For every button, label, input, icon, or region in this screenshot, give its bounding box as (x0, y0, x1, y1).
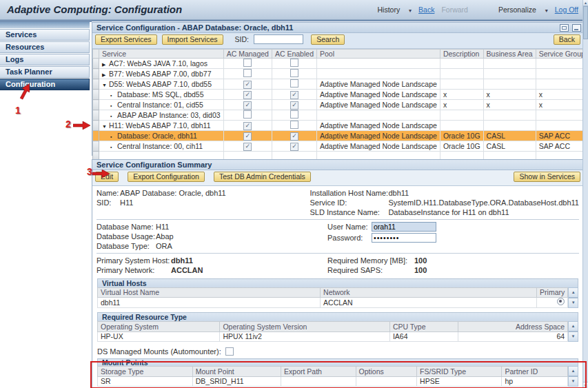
ac-managed-checkbox[interactable]: ✓ (243, 81, 252, 89)
service-table-row[interactable]: ▼H11: WebAS ABAP 7.10, dbh11✓Adaptive Ma… (93, 121, 588, 131)
export-services-button[interactable]: Export Services (95, 34, 157, 45)
ac-managed-checkbox[interactable] (243, 69, 252, 77)
service-group-cell (536, 79, 588, 90)
row-selector[interactable] (93, 110, 99, 121)
ac-enabled-checkbox[interactable]: ✓ (290, 101, 298, 110)
virtual-hosts-scrollbar[interactable]: ▲ ▼ (568, 287, 578, 308)
mount-points-scrollbar[interactable]: ▲ ▼ (568, 366, 578, 387)
collapse-icon[interactable]: ▶ (102, 72, 109, 78)
scroll-up-icon[interactable]: ▲ (569, 288, 578, 298)
page-scrollbar[interactable]: ▲ ▼ (582, 0, 588, 388)
sidebar-item-resources[interactable]: Resources (0, 41, 90, 53)
resource-type-scrollbar[interactable]: ▲ ▼ (568, 321, 578, 342)
service-table-row[interactable]: ▪Central Instance: 00, cih11✓✓Adaptive M… (93, 141, 588, 152)
ac-managed-cell: ✓ (223, 100, 272, 110)
service-table-row[interactable]: ▪Database: Oracle, dbh11✓✓Adaptive Manag… (93, 131, 588, 141)
ac-managed-checkbox[interactable]: ✓ (243, 122, 252, 130)
service-group-cell (536, 121, 588, 131)
expand-icon[interactable]: ▼ (102, 124, 109, 129)
sidebar-item-configuration[interactable]: Configuration (0, 79, 90, 90)
export-configuration-button[interactable]: Export Configuration (128, 172, 205, 182)
business-area-cell (483, 59, 536, 69)
ac-managed-checkbox[interactable] (243, 110, 252, 119)
ac-enabled-checkbox[interactable] (290, 110, 298, 119)
ac-enabled-checkbox[interactable]: ✓ (290, 132, 298, 141)
service-cell: ▪Central Instance: 01, cid55 (99, 100, 224, 110)
ac-enabled-checkbox[interactable] (290, 121, 298, 129)
annotation-arrow-3 (92, 170, 110, 178)
ac-managed-checkbox[interactable]: ✓ (243, 101, 252, 110)
scroll-down-icon[interactable]: ▼ (569, 331, 578, 341)
resource-type-header-row: Operating SystemOperating System Version… (98, 322, 568, 332)
sid-input[interactable] (254, 34, 303, 44)
user-name-input[interactable] (372, 222, 436, 232)
scroll-down-icon[interactable]: ▼ (569, 376, 578, 386)
test-db-credentials-button[interactable]: Test DB Admin Credentials (214, 172, 311, 182)
expand-icon[interactable]: ▼ (102, 83, 109, 88)
ac-managed-checkbox[interactable]: ✓ (243, 91, 252, 99)
search-button[interactable]: Search (311, 34, 345, 45)
row-selector[interactable] (93, 141, 99, 152)
primary-radio[interactable] (557, 298, 565, 305)
scroll-up-icon[interactable]: ▲ (569, 367, 578, 376)
row-selector[interactable] (93, 90, 99, 100)
column-header: Pool (316, 50, 440, 59)
ac-enabled-checkbox[interactable] (290, 59, 298, 67)
description-cell (440, 79, 483, 90)
back-link[interactable]: Back (418, 6, 434, 14)
mount-point-row[interactable]: SRDB_SRID_H11HPSEhp (98, 376, 568, 387)
column-header: Business Area (483, 50, 536, 59)
scroll-down-icon[interactable]: ▼ (583, 382, 588, 388)
restore-icon[interactable] (560, 24, 569, 32)
ac-managed-checkbox[interactable] (243, 59, 252, 67)
sidebar-item-task-planner[interactable]: Task Planner (0, 66, 90, 78)
resource-type-row[interactable]: HP-UXHPUX 11iv2IA6464 (98, 331, 568, 342)
collapse-icon[interactable]: ▶ (102, 62, 109, 68)
sidebar-item-services[interactable]: Services (0, 29, 90, 41)
row-selector[interactable] (93, 69, 99, 79)
logoff-link[interactable]: Log Off (555, 6, 578, 14)
ac-enabled-checkbox[interactable]: ✓ (290, 143, 298, 151)
column-header: AC Managed (223, 50, 272, 59)
service-table-row[interactable]: ▶B77: WebAS ABAP 7.00, dbb77 (93, 69, 588, 79)
row-selector[interactable] (93, 100, 99, 110)
pool-cell: Adaptive Managed Node Landscape (316, 121, 440, 131)
service-cell: ▪Database: Oracle, dbh11 (99, 131, 224, 141)
import-services-button[interactable]: Import Services (162, 34, 223, 45)
scroll-up-icon[interactable]: ▲ (569, 322, 578, 331)
minimize-icon[interactable] (572, 24, 581, 32)
ac-managed-checkbox[interactable]: ✓ (243, 143, 252, 151)
ac-managed-checkbox[interactable]: ✓ (243, 132, 252, 141)
virtual-hosts-section: Virtual Hosts Virtual Host NameNetworkPr… (97, 278, 578, 308)
database-block: Database Name:H11 Database Usage:Abap Da… (97, 222, 579, 251)
service-table-row[interactable]: ▼D55: WebAS ABAP 7.10, dbd55✓Adaptive Ma… (93, 79, 588, 90)
service-table-row[interactable]: ▪ABAP ABAP Instance: 03, did03 (93, 110, 588, 121)
row-selector[interactable] (93, 131, 99, 141)
storage-type-cell: SR (98, 376, 193, 387)
history-menu[interactable]: History ▾ (370, 6, 412, 14)
service-table-row[interactable]: ▶AC7: WebAS JAVA 7.10, lagos (93, 59, 588, 69)
description-cell: x (440, 90, 483, 100)
row-selector[interactable] (93, 59, 99, 69)
network-cell: ACCLAN (321, 297, 537, 307)
options-cell (356, 376, 417, 387)
service-table-row[interactable]: ▪Database: MS SQL, dbd55✓✓Adaptive Manag… (93, 90, 588, 100)
sidebar: ServicesResourcesLogsTask PlannerConfigu… (0, 22, 90, 388)
password-input[interactable] (372, 233, 436, 243)
ds-managed-mounts-checkbox[interactable] (225, 347, 234, 356)
personalize-menu[interactable]: Personalize ▾ (491, 6, 548, 14)
show-in-services-button[interactable]: Show in Services (514, 172, 580, 182)
back-button[interactable]: Back (554, 34, 580, 45)
sidebar-top-bar (0, 22, 90, 29)
scrollbar-thumb[interactable] (583, 6, 588, 39)
ac-enabled-checkbox[interactable] (290, 69, 298, 77)
virtual-host-row[interactable]: dbh11ACCLAN (98, 297, 568, 307)
ac-enabled-checkbox[interactable] (290, 79, 298, 88)
service-table-row[interactable]: ▪Central Instance: 01, cid55✓✓Adaptive M… (93, 100, 588, 110)
sidebar-item-logs[interactable]: Logs (0, 54, 90, 65)
scroll-up-icon[interactable]: ▲ (583, 0, 588, 6)
ac-enabled-checkbox[interactable]: ✓ (290, 91, 298, 99)
row-selector[interactable] (93, 79, 99, 90)
scroll-down-icon[interactable]: ▼ (569, 298, 578, 307)
row-selector[interactable] (93, 121, 99, 131)
